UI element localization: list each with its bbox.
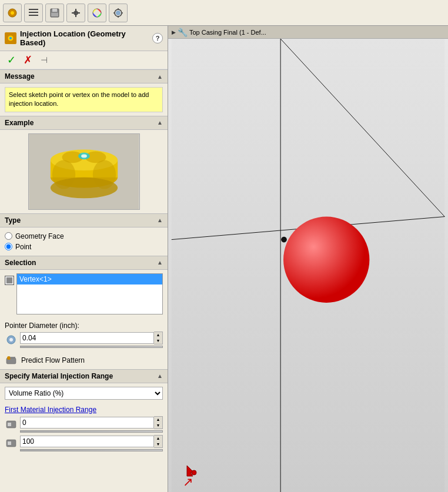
injection-section: Volume Ratio (%) Weight Ratio (%) Absolu… bbox=[0, 383, 168, 403]
first-material-label[interactable]: First Material Injection Range bbox=[5, 406, 163, 414]
svg-rect-7 bbox=[51, 13, 58, 16]
toolbar-btn-2[interactable] bbox=[24, 4, 43, 22]
toolbar-btn-6[interactable] bbox=[109, 4, 128, 22]
type-section-header[interactable]: Type ▲ bbox=[0, 213, 168, 227]
toolbar-btn-1[interactable] bbox=[3, 4, 22, 22]
example-image bbox=[28, 133, 140, 210]
selection-item[interactable]: Vertex<1> bbox=[17, 274, 162, 285]
tree-bar: ▶ 🔧 Top Casing Final (1 - Def... bbox=[168, 26, 448, 39]
injection-range-section-label: Specify Material Injection Range bbox=[5, 372, 113, 380]
first-material-down2-button[interactable]: ▼ bbox=[154, 441, 162, 447]
confirm-button[interactable]: ✓ bbox=[5, 53, 18, 66]
cursor-icon bbox=[186, 464, 199, 480]
svg-point-19 bbox=[9, 37, 12, 39]
first-material-up1-button[interactable]: ▲ bbox=[154, 417, 162, 423]
right-viewport[interactable]: ▶ 🔧 Top Casing Final (1 - Def... bbox=[168, 26, 448, 492]
first-material-icon1 bbox=[5, 418, 18, 431]
svg-rect-39 bbox=[8, 423, 11, 426]
svg-point-27 bbox=[81, 154, 87, 158]
type-section: Geometry Face Point bbox=[0, 227, 168, 256]
svg-rect-6 bbox=[52, 9, 57, 12]
selection-section: Vertex<1> bbox=[0, 270, 168, 318]
svg-rect-3 bbox=[29, 12, 38, 13]
panel-title: Injection Location (Geometry Based) bbox=[20, 29, 149, 47]
message-section-header[interactable]: Message ▲ bbox=[0, 69, 168, 83]
toolbar-btn-3[interactable] bbox=[45, 4, 64, 22]
point-radio-row: Point bbox=[5, 242, 163, 252]
toolbar-btn-4[interactable] bbox=[66, 4, 85, 22]
injection-dropdown[interactable]: Volume Ratio (%) Weight Ratio (%) Absolu… bbox=[5, 387, 163, 400]
pointer-input[interactable] bbox=[20, 332, 154, 344]
selection-box-row: Vertex<1> bbox=[5, 273, 163, 314]
cancel-button[interactable]: ✗ bbox=[21, 53, 34, 66]
first-material-spinner2-buttons: ▲ ▼ bbox=[154, 435, 163, 448]
pointer-spinner-row: ▲ ▼ bbox=[5, 332, 163, 348]
pointer-spinner-buttons: ▲ ▼ bbox=[154, 332, 163, 344]
action-row: ✓ ✗ ⊣ bbox=[0, 51, 168, 69]
pin-button[interactable]: ⊣ bbox=[38, 53, 51, 66]
point-label[interactable]: Point bbox=[15, 243, 31, 251]
first-material-input2-row: ▲ ▼ bbox=[20, 435, 163, 448]
first-material-down1-button[interactable]: ▼ bbox=[154, 423, 162, 429]
geometry-face-radio[interactable] bbox=[5, 232, 12, 240]
example-section-header[interactable]: Example ▲ bbox=[0, 116, 168, 130]
svg-point-13 bbox=[116, 11, 121, 15]
first-material-spinner1-buttons: ▲ ▼ bbox=[154, 416, 163, 429]
example-section bbox=[0, 130, 168, 213]
selection-icon bbox=[5, 276, 14, 285]
tree-item: ▶ 🔧 Top Casing Final (1 - Def... bbox=[172, 28, 266, 37]
pointer-label: Pointer Diameter (inch): bbox=[5, 322, 163, 330]
pointer-slider[interactable] bbox=[20, 346, 163, 348]
pointer-down-button[interactable]: ▼ bbox=[154, 338, 162, 344]
message-section: Select sketch point or vertex on the mod… bbox=[0, 83, 168, 116]
first-material-input1[interactable] bbox=[20, 417, 154, 429]
main-area: Injection Location (Geometry Based) ? ✓ … bbox=[0, 26, 448, 492]
geometry-face-label[interactable]: Geometry Face bbox=[15, 232, 64, 240]
svg-rect-4 bbox=[29, 15, 38, 16]
first-material-field2-row: ▲ ▼ bbox=[5, 435, 163, 451]
svg-rect-41 bbox=[8, 441, 11, 445]
toolbar-btn-5[interactable] bbox=[88, 4, 106, 22]
selection-listbox[interactable]: Vertex<1> bbox=[16, 273, 163, 314]
injection-range-collapse-arrow: ▲ bbox=[157, 373, 163, 379]
pointer-icon bbox=[5, 333, 18, 346]
example-collapse-arrow: ▲ bbox=[157, 119, 163, 126]
selection-collapse-arrow: ▲ bbox=[157, 259, 163, 266]
type-section-label: Type bbox=[5, 216, 21, 225]
predict-label: Predict Flow Pattern bbox=[21, 356, 85, 364]
message-text: Select sketch point or vertex on the mod… bbox=[5, 87, 163, 112]
svg-point-30 bbox=[50, 178, 117, 198]
tree-expand-arrow[interactable]: ▶ bbox=[172, 29, 176, 35]
pointer-up-button[interactable]: ▲ bbox=[154, 332, 162, 338]
viewport-svg: ↗ bbox=[168, 39, 448, 492]
first-material-up2-button[interactable]: ▲ bbox=[154, 436, 162, 441]
first-material-spinner2: ▲ ▼ bbox=[20, 435, 163, 451]
first-material-input1-row: ▲ ▼ bbox=[20, 416, 163, 429]
injection-dropdown-row: Volume Ratio (%) Weight Ratio (%) Absolu… bbox=[5, 387, 163, 400]
first-material-slider1[interactable] bbox=[20, 430, 163, 433]
predict-flow-row: Predict Flow Pattern bbox=[0, 352, 168, 369]
viewport-content[interactable]: ↗ bbox=[168, 39, 448, 492]
injection-range-section-header[interactable]: Specify Material Injection Range ▲ bbox=[0, 369, 168, 383]
svg-point-46 bbox=[281, 237, 287, 243]
help-button[interactable]: ? bbox=[152, 33, 163, 43]
first-material-slider2[interactable] bbox=[20, 449, 163, 451]
first-material-spinner1: ▲ ▼ bbox=[20, 416, 163, 433]
svg-rect-32 bbox=[8, 279, 11, 282]
panel-header: Injection Location (Geometry Based) ? bbox=[0, 26, 168, 51]
first-material-icon2 bbox=[5, 437, 18, 450]
point-radio[interactable] bbox=[5, 243, 12, 250]
selection-section-header[interactable]: Selection ▲ bbox=[0, 256, 168, 270]
message-section-label: Message bbox=[5, 72, 35, 81]
pointer-input-row: ▲ ▼ bbox=[20, 332, 163, 344]
svg-point-34 bbox=[9, 338, 13, 342]
pointer-spinner-container: ▲ ▼ bbox=[20, 332, 163, 348]
first-material-input2[interactable] bbox=[20, 436, 154, 447]
svg-point-50 bbox=[192, 470, 196, 475]
tree-icon: 🔧 bbox=[178, 28, 188, 37]
top-toolbar bbox=[0, 0, 448, 26]
left-panel: Injection Location (Geometry Based) ? ✓ … bbox=[0, 26, 168, 492]
svg-rect-37 bbox=[10, 357, 15, 358]
type-collapse-arrow: ▲ bbox=[157, 217, 163, 223]
svg-point-1 bbox=[11, 11, 14, 15]
